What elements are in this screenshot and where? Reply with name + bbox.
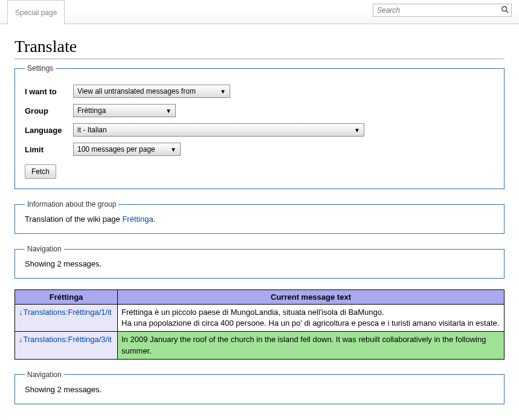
expand-icon[interactable]: ↓ (19, 308, 23, 317)
messages-table: Fréttinga Current message text ↓Translat… (15, 289, 504, 360)
navigation-legend: Navigation (25, 245, 64, 253)
search-input[interactable] (373, 5, 499, 16)
settings-fieldset: Settings I want to View all untranslated… (15, 64, 504, 189)
i-want-to-select[interactable]: View all untranslated messages from ▼ (73, 85, 230, 98)
limit-value: 100 messages per page (77, 145, 155, 153)
tab-special-page[interactable]: Special page (7, 0, 65, 24)
chevron-down-icon: ▼ (348, 127, 360, 134)
navigation-top-fieldset: Navigation Showing 2 messages. (15, 245, 504, 279)
group-value: Fréttinga (77, 106, 106, 115)
language-value: it - Italian (77, 126, 107, 134)
message-text-cell: In 2009 January the roof of the church i… (118, 332, 504, 359)
language-select[interactable]: it - Italian ▼ (73, 123, 364, 137)
search-icon[interactable] (499, 5, 511, 16)
navigation-legend: Navigation (25, 370, 64, 379)
limit-select[interactable]: 100 messages per page ▼ (73, 143, 181, 156)
info-group-fieldset: Information about the group Translation … (15, 200, 504, 234)
message-text-cell: Fréttinga è un piccolo paese di MungoLan… (118, 305, 504, 332)
page-title: Translate (15, 37, 504, 59)
header-message: Current message text (118, 290, 504, 305)
table-row: ↓Translations:Fréttinga/1/itFréttinga è … (15, 305, 504, 332)
frettinga-link[interactable]: Fréttinga (122, 215, 153, 224)
expand-icon[interactable]: ↓ (19, 335, 23, 344)
svg-line-1 (506, 10, 509, 13)
language-label: Language (25, 126, 73, 135)
group-label: Group (25, 106, 73, 115)
message-name-cell: ↓Translations:Fréttinga/1/it (15, 305, 118, 332)
chevron-down-icon: ▼ (164, 146, 176, 153)
message-name-cell: ↓Translations:Fréttinga/3/it (15, 332, 118, 359)
i-want-to-label: I want to (25, 87, 73, 96)
info-group-legend: Information about the group (25, 200, 118, 208)
table-row: ↓Translations:Fréttinga/3/itIn 2009 Janu… (15, 332, 504, 359)
header-group: Fréttinga (15, 290, 118, 305)
fetch-button[interactable]: Fetch (25, 164, 56, 179)
message-link[interactable]: Translations:Fréttinga/1/it (24, 308, 112, 317)
group-select[interactable]: Fréttinga ▼ (73, 104, 176, 117)
navigation-text: Showing 2 messages. (25, 385, 494, 394)
info-group-text: Translation of the wiki page Fréttinga. (25, 215, 494, 224)
navigation-text: Showing 2 messages. (25, 259, 494, 268)
svg-point-0 (502, 6, 507, 11)
search-box[interactable] (373, 4, 512, 17)
settings-legend: Settings (25, 64, 56, 73)
top-bar: Special page (0, 0, 519, 24)
chevron-down-icon: ▼ (160, 108, 172, 114)
tab-label: Special page (15, 8, 57, 17)
chevron-down-icon: ▼ (214, 88, 226, 95)
i-want-to-value: View all untranslated messages from (77, 87, 196, 95)
navigation-bottom-fieldset: Navigation Showing 2 messages. (15, 370, 504, 404)
limit-label: Limit (25, 145, 73, 154)
message-link[interactable]: Translations:Fréttinga/3/it (24, 335, 112, 344)
